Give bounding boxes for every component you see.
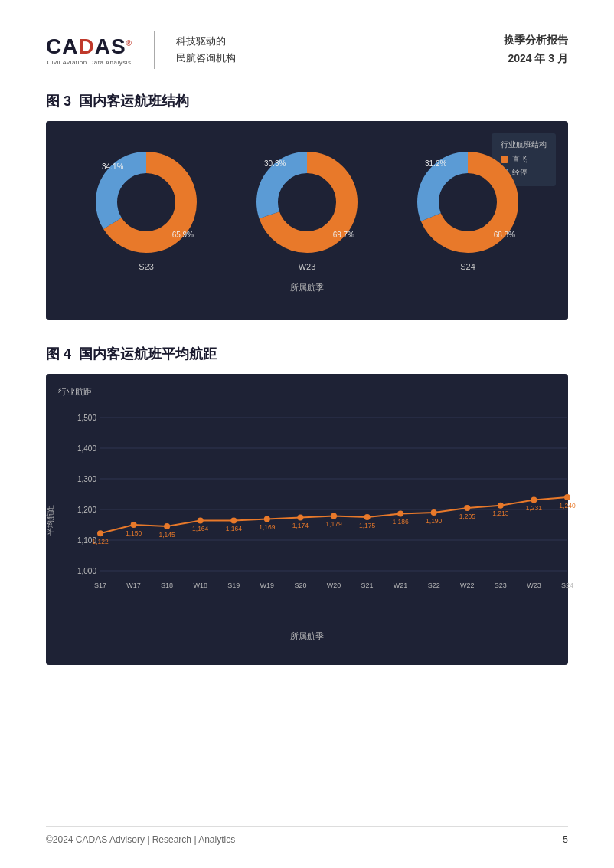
donut-s23: 34.1% 65.9% S23: [93, 149, 200, 271]
dot-s24: [564, 494, 570, 500]
s24-bottom-pct: 68.8%: [494, 231, 515, 239]
svg-text:1,145: 1,145: [158, 531, 175, 539]
s24-label: S24: [460, 262, 475, 271]
w23-top-pct: 30.3%: [264, 159, 286, 168]
figure3-x-label: 所属航季: [58, 282, 556, 293]
donut-chart-area: 34.1% 65.9% S23 30.3% 69.7%: [58, 133, 556, 279]
logo-box: CADAS® Civil Aviation Data Analysis: [46, 34, 132, 66]
svg-text:W23: W23: [527, 581, 541, 589]
w23-bottom-pct: 69.7%: [333, 231, 354, 239]
logo-text: CADAS®: [46, 34, 132, 59]
svg-text:1,150: 1,150: [126, 529, 142, 537]
svg-text:1,179: 1,179: [325, 520, 342, 528]
svg-text:1,169: 1,169: [259, 523, 276, 531]
figure4-chart: 行业航距 平均航距 1,500 1,400 1,300 1,200: [46, 374, 568, 665]
s23-label: S23: [139, 262, 154, 271]
dot-s20: [297, 514, 303, 520]
donut-s24: 31.2% 68.8% S24: [414, 149, 521, 271]
svg-text:S23: S23: [495, 581, 507, 589]
svg-text:1,500: 1,500: [77, 414, 96, 422]
report-title: 换季分析报告 2024 年 3 月: [504, 31, 568, 68]
svg-text:1,300: 1,300: [77, 475, 96, 483]
svg-text:W21: W21: [394, 581, 408, 589]
dot-w18: [198, 517, 204, 523]
figure4-title: 图 4 国内客运航班平均航距: [46, 345, 568, 363]
footer: ©2024 CADAS Advisory | Research | Analyt…: [46, 826, 568, 845]
svg-text:W22: W22: [460, 581, 475, 589]
dot-w22: [464, 505, 470, 511]
svg-text:S17: S17: [94, 581, 106, 589]
svg-text:1,400: 1,400: [77, 444, 96, 453]
svg-text:1,000: 1,000: [77, 567, 96, 575]
dot-w23: [531, 497, 537, 503]
svg-text:S20: S20: [294, 581, 306, 589]
dot-w17: [131, 522, 137, 528]
dot-s22: [431, 509, 437, 516]
dot-w19: [264, 516, 270, 522]
page: CADAS® Civil Aviation Data Analysis 科技驱动…: [0, 0, 614, 868]
s24-top-pct: 31.2%: [425, 159, 446, 168]
header-divider: [154, 31, 155, 69]
svg-text:1,164: 1,164: [226, 525, 243, 532]
svg-text:1,175: 1,175: [359, 522, 376, 529]
footer-copyright: ©2024 CADAS Advisory | Research | Analyt…: [46, 834, 235, 845]
logo-reg: ®: [126, 38, 132, 47]
dot-s17: [97, 530, 103, 536]
dot-s23: [498, 503, 504, 509]
svg-text:W17: W17: [126, 581, 141, 589]
svg-text:S22: S22: [428, 581, 440, 589]
s23-top-pct: 34.1%: [102, 162, 123, 171]
svg-text:1,213: 1,213: [492, 509, 509, 517]
svg-text:1,231: 1,231: [526, 504, 543, 512]
line-chart-svg: 1,500 1,400 1,300 1,200 1,100 1,000 S17 …: [100, 402, 575, 601]
svg-text:S21: S21: [361, 581, 374, 589]
dot-s18: [164, 523, 170, 529]
svg-text:1,174: 1,174: [292, 522, 309, 529]
svg-text:S19: S19: [227, 581, 240, 589]
dot-w21: [397, 511, 403, 517]
dot-s21: [364, 514, 371, 520]
header: CADAS® Civil Aviation Data Analysis 科技驱动…: [46, 31, 568, 69]
svg-text:W20: W20: [327, 581, 341, 589]
svg-text:1,240: 1,240: [559, 502, 576, 509]
svg-text:W19: W19: [260, 581, 275, 589]
svg-text:1,164: 1,164: [192, 525, 209, 532]
dot-s19: [230, 517, 237, 523]
line-chart-title: 行业航距: [58, 386, 556, 398]
svg-text:S24: S24: [561, 581, 573, 589]
s23-bottom-pct: 65.9%: [172, 231, 194, 239]
donut-w23: 30.3% 69.7% W23: [253, 149, 361, 271]
logo-area: CADAS® Civil Aviation Data Analysis 科技驱动…: [46, 31, 236, 69]
svg-text:1,122: 1,122: [92, 538, 109, 545]
svg-text:1,205: 1,205: [459, 513, 476, 520]
w23-label: W23: [299, 262, 316, 271]
y-axis-label: 平均航距: [45, 505, 56, 536]
header-right: 换季分析报告 2024 年 3 月: [504, 31, 568, 68]
svg-text:S18: S18: [161, 581, 173, 589]
header-tagline: 科技驱动的 民航咨询机构: [176, 33, 236, 67]
svg-text:W18: W18: [193, 581, 207, 589]
svg-text:1,200: 1,200: [77, 506, 96, 514]
dot-w20: [331, 513, 337, 519]
figure4-x-label: 所属航季: [58, 631, 556, 642]
footer-page: 5: [563, 834, 568, 845]
figure3-chart: 行业航班结构 直飞 经停: [46, 121, 568, 320]
svg-text:1,190: 1,190: [426, 517, 443, 525]
figure3-title: 图 3 国内客运航班结构: [46, 92, 568, 110]
logo-sub: Civil Aviation Data Analysis: [47, 59, 132, 66]
svg-text:1,186: 1,186: [392, 518, 409, 526]
